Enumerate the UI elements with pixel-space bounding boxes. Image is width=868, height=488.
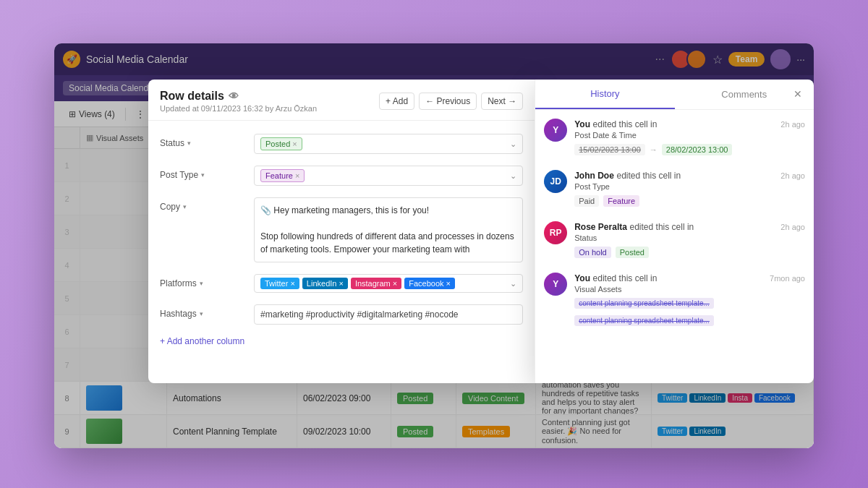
status-arrow-icon: ▾	[187, 140, 191, 147]
rd-label-copy: Copy ▾	[160, 197, 254, 212]
copy-textarea[interactable]: 📎 Hey marketing managers, this is for yo…	[254, 197, 523, 262]
rd-label-posttype: Post Type ▾	[160, 166, 254, 180]
plat-linkedin-tag: LinkedIn ×	[302, 278, 348, 289]
hi-top-2: John Doe edited this cell in 2h ago	[574, 170, 805, 181]
posttype-tag: Feature ×	[260, 169, 305, 182]
history-content-4: You edited this cell in 7mon ago Visual …	[574, 273, 805, 328]
hi-text-3: Rose Peralta edited this cell in	[574, 221, 694, 232]
close-button[interactable]: ✕	[791, 87, 805, 101]
hi-text-2: John Doe edited this cell in	[574, 170, 681, 181]
facebook-x[interactable]: ×	[446, 279, 451, 288]
add-button[interactable]: + Add	[379, 93, 414, 110]
hi-changes-2: Paid Feature	[574, 195, 805, 207]
rd-field-copy: Copy ▾ 📎 Hey marketing managers, this is…	[148, 192, 535, 268]
eye-icon[interactable]: 👁	[229, 90, 239, 102]
history-item-1: Y You edited this cell in 2h ago Post Da…	[544, 119, 805, 155]
hi-changes-1: 15/02/2023 13:00 → 28/02/2023 13:00	[574, 144, 805, 155]
rd-title-group: Row details 👁 Updated at 09/11/2023 16:3…	[160, 90, 317, 113]
status-tag-close[interactable]: ×	[292, 140, 297, 148]
posttype-tag-close[interactable]: ×	[295, 171, 299, 180]
instagram-x[interactable]: ×	[393, 279, 397, 288]
status-tag: Posted ×	[260, 137, 302, 150]
twitter-x[interactable]: ×	[290, 279, 294, 288]
platforms-chevron-icon[interactable]: ⌄	[510, 279, 516, 288]
hp-header: History Comments ✕	[535, 80, 814, 110]
history-item-2: JD John Doe edited this cell in 2h ago P…	[544, 170, 805, 207]
hi-text-4: You edited this cell in	[574, 273, 657, 283]
posttype-chevron-icon[interactable]: ⌄	[510, 171, 516, 181]
history-item-3: RP Rose Peralta edited this cell in 2h a…	[544, 221, 805, 258]
rd-title: Row details 👁	[160, 90, 317, 103]
prev-button[interactable]: ← Previous	[419, 93, 477, 110]
rd-value-posttype: Feature × ⌄	[254, 166, 523, 186]
copy-arrow-icon: ▾	[183, 203, 187, 210]
platforms-arrow-icon: ▾	[200, 280, 203, 287]
hi-changes-3: On hold Posted	[574, 247, 805, 258]
history-panel: History Comments ✕ Y You edited this cel…	[535, 80, 814, 383]
hi-text-1: You edited this cell in	[574, 119, 657, 129]
hi-link-2: content planning spreadsheet template...	[574, 315, 714, 326]
posttype-select[interactable]: Feature × ⌄	[254, 166, 523, 186]
rd-label-status: Status ▾	[160, 134, 254, 148]
history-content-3: Rose Peralta edited this cell in 2h ago …	[574, 221, 805, 258]
tag-onhold: On hold	[574, 247, 611, 258]
hashtags-input[interactable]: #marketing #productivity #digitalmarketi…	[254, 304, 523, 325]
history-avatar-4: Y	[544, 273, 567, 296]
tag-feature: Feature	[603, 195, 639, 207]
history-avatar-2: JD	[544, 170, 567, 193]
rd-field-posttype: Post Type ▾ Feature × ⌄	[148, 160, 535, 192]
rd-field-hashtags: Hashtags ▾ #marketing #productivity #dig…	[148, 299, 535, 330]
next-button[interactable]: Next →	[481, 93, 523, 110]
rd-value-platforms: Twitter × LinkedIn × Instagram × Faceboo…	[254, 274, 523, 293]
rd-nav: + Add ← Previous Next →	[379, 93, 523, 110]
hp-body: Y You edited this cell in 2h ago Post Da…	[535, 110, 814, 383]
change-arrow-1: →	[650, 145, 658, 154]
rd-label-platforms: Platforms ▾	[160, 274, 254, 288]
hi-top-4: You edited this cell in 7mon ago	[574, 273, 805, 283]
add-column-button[interactable]: + Add another column	[148, 330, 256, 352]
rd-header: Row details 👁 Updated at 09/11/2023 16:3…	[148, 80, 535, 121]
plat-twitter-tag: Twitter ×	[260, 278, 299, 289]
rd-field-platforms: Platforms ▾ Twitter × LinkedIn × Instagr…	[148, 268, 535, 299]
tag-posted: Posted	[616, 247, 649, 258]
app-window: 🚀 Social Media Calendar ··· ☆ Team ··· S…	[54, 43, 814, 448]
linkedin-x[interactable]: ×	[339, 279, 343, 288]
hi-changes-4: content planning spreadsheet template...…	[574, 298, 805, 328]
row-details-panel: Row details 👁 Updated at 09/11/2023 16:3…	[148, 80, 535, 383]
history-content-1: You edited this cell in 2h ago Post Date…	[574, 119, 805, 155]
rd-label-hashtags: Hashtags ▾	[160, 304, 254, 319]
status-select[interactable]: Posted × ⌄	[254, 134, 523, 154]
rd-value-status: Posted × ⌄	[254, 134, 523, 154]
history-item-4: Y You edited this cell in 7mon ago Visua…	[544, 273, 805, 328]
posttype-arrow-icon: ▾	[201, 171, 205, 179]
hi-link-1: content planning spreadsheet template...	[574, 298, 714, 309]
hashtags-arrow-icon: ▾	[200, 310, 203, 317]
history-avatar-3: RP	[544, 221, 567, 244]
history-content-2: John Doe edited this cell in 2h ago Post…	[574, 170, 805, 207]
platforms-select[interactable]: Twitter × LinkedIn × Instagram × Faceboo…	[254, 274, 523, 293]
rd-field-status: Status ▾ Posted × ⌄	[148, 128, 535, 160]
rd-value-copy: 📎 Hey marketing managers, this is for yo…	[254, 197, 523, 262]
rd-value-hashtags: #marketing #productivity #digitalmarketi…	[254, 304, 523, 325]
rd-body: Status ▾ Posted × ⌄	[148, 121, 535, 383]
hi-top-1: You edited this cell in 2h ago	[574, 119, 805, 129]
status-chevron-icon[interactable]: ⌄	[510, 140, 516, 149]
plat-facebook-tag: Facebook ×	[404, 278, 455, 289]
history-avatar-1: Y	[544, 119, 567, 142]
plat-instagram-tag: Instagram ×	[351, 278, 401, 289]
hi-top-3: Rose Peralta edited this cell in 2h ago	[574, 221, 805, 232]
modal-overlay: Row details 👁 Updated at 09/11/2023 16:3…	[54, 43, 814, 448]
tab-history[interactable]: History	[535, 80, 674, 109]
tag-paid: Paid	[574, 195, 599, 207]
rd-subtitle: Updated at 09/11/2023 16:32 by Arzu Özka…	[160, 104, 317, 113]
